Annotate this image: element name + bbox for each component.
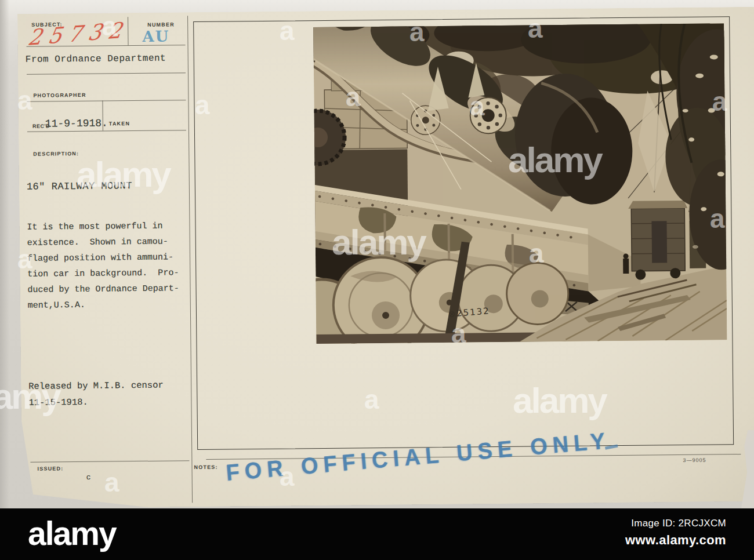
- photographer-rule: [27, 100, 186, 102]
- archive-card: SUBJECT: 25732 NUMBER AU From Ordnance D…: [17, 7, 754, 508]
- notes-label: NOTES:: [194, 464, 217, 470]
- alamy-logo: alamy: [28, 514, 116, 552]
- photograph: ⊗25132: [313, 23, 727, 344]
- issued-label: ISSUED:: [37, 466, 63, 471]
- image-id-line: Image ID: 2RCJXCM: [625, 518, 726, 529]
- form-number: 3—9005: [683, 457, 706, 463]
- recd-date: 11-9-1918.: [45, 118, 108, 130]
- description-label: DESCRIPTION:: [33, 151, 79, 157]
- issued-value: c: [86, 473, 91, 482]
- alamy-footer-bar: alamy Image ID: 2RCJXCM www.alamy.com: [0, 508, 754, 560]
- scanned-archive-page: SUBJECT: 25732 NUMBER AU From Ordnance D…: [0, 0, 754, 560]
- photographer-label: PHOTOGRAPHER: [33, 92, 86, 99]
- source-rule: [27, 72, 186, 75]
- alamy-url: www.alamy.com: [625, 533, 726, 548]
- image-id-value: 2RCJXCM: [679, 518, 726, 529]
- sepia-wash: [313, 23, 727, 344]
- source-line: From Ordnance Department: [26, 53, 166, 65]
- release-note: Released by M.I.B. censor 11-15-1918.: [28, 377, 164, 411]
- description-title: 16" RAILWAY MOUNT: [27, 180, 132, 192]
- issued-rule: [30, 460, 189, 463]
- footer-info: Image ID: 2RCJXCM www.alamy.com: [625, 518, 726, 548]
- image-id-label: Image ID:: [631, 518, 675, 529]
- number-value: AU: [142, 27, 169, 45]
- number-label: NUMBER: [147, 21, 175, 27]
- taken-label: TAKEN: [109, 121, 130, 126]
- description-body: It is the most powerful in existence. Sh…: [27, 218, 199, 314]
- recd-rule: [27, 130, 186, 132]
- railway-gun-photo: ⊗25132: [313, 23, 727, 344]
